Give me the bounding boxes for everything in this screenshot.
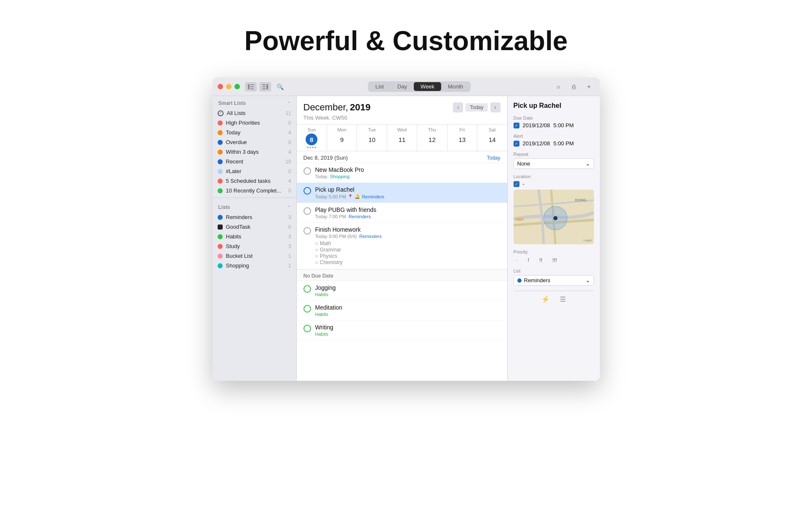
- sidebar-item-goodtask-label: GoodTask: [226, 224, 288, 230]
- week-day-num-sat: 14: [486, 134, 498, 145]
- sidebar-item-bucket-list-count: 1: [288, 253, 291, 259]
- task-circle-macbook[interactable]: [304, 167, 311, 175]
- repeat-select[interactable]: None ⌄: [514, 158, 594, 169]
- task-item-macbook[interactable]: New MacBook Pro Today Shopping: [297, 163, 507, 183]
- date-header-row: Dec 8, 2019 (Sun) Today: [297, 151, 507, 163]
- menu-icon[interactable]: ☰: [560, 295, 566, 303]
- task-item-jogging[interactable]: Jogging Habits: [297, 281, 507, 301]
- sidebar-item-goodtask[interactable]: GoodTask 0: [213, 222, 296, 232]
- task-content-writing: Writing Habits: [315, 324, 501, 337]
- week-day-name-tue: Tue: [368, 127, 376, 132]
- week-day-num-tue: 10: [366, 134, 378, 145]
- task-circle-jogging[interactable]: [304, 285, 311, 293]
- sidebar-item-scheduled[interactable]: 5 Scheduled tasks 4: [213, 176, 296, 186]
- lightning-icon[interactable]: ⚡: [541, 295, 550, 303]
- due-time-value: 5:00 PM: [554, 122, 574, 128]
- sidebar-item-today-label: Today: [226, 129, 288, 136]
- priority-med-button[interactable]: !!: [537, 256, 545, 264]
- task-item-writing[interactable]: Writing Habits: [297, 321, 507, 340]
- week-day-num-sun: 8: [306, 134, 317, 145]
- due-date-checkbox[interactable]: ✓: [514, 123, 519, 128]
- svg-rect-4: [262, 84, 266, 85]
- sidebar-item-recent[interactable]: Recent 10: [213, 157, 296, 166]
- list-label: List: [514, 268, 594, 273]
- tab-week[interactable]: Week: [414, 82, 441, 91]
- week-day-sat[interactable]: Sat 14: [477, 125, 507, 151]
- task-circle-homework[interactable]: [304, 227, 311, 235]
- task-circle-rachel[interactable]: [304, 187, 311, 195]
- tab-month[interactable]: Month: [441, 82, 470, 91]
- task-circle-pubg[interactable]: [304, 207, 311, 215]
- task-meta-homework: Today 9:00 PM (0/4) Reminders: [315, 234, 501, 239]
- week-day-sun[interactable]: Sun 8: [297, 125, 327, 151]
- task-item-meditation[interactable]: Meditation Habits: [297, 301, 507, 321]
- nav-prev-button[interactable]: ‹: [453, 102, 463, 112]
- sidebar-item-shopping[interactable]: Shopping 1: [213, 261, 296, 270]
- nav-today-button[interactable]: Today: [466, 103, 487, 112]
- repeat-section: Repeat None ⌄: [514, 152, 594, 169]
- no-due-date-header: No Due Date: [297, 269, 507, 281]
- close-button[interactable]: [218, 84, 223, 89]
- minimize-button[interactable]: [226, 84, 232, 89]
- location-checkbox[interactable]: ✓: [514, 181, 519, 187]
- sidebar-item-habits[interactable]: Habits 3: [213, 232, 296, 241]
- sidebar-item-bucket-list[interactable]: Bucket List 1: [213, 251, 296, 261]
- share-icon[interactable]: ⎙: [568, 82, 580, 91]
- sidebar-item-all-lists[interactable]: ✓ All Lists 11: [213, 108, 296, 118]
- today-dot: [218, 130, 223, 135]
- date-header-today-button[interactable]: Today: [487, 155, 500, 161]
- task-title-pubg: Play PUBG with friends: [315, 206, 501, 213]
- app-window: 🔍 List Day Week Month ○ ⎙ ＋ Smart Lists …: [213, 78, 600, 381]
- priority-low-button[interactable]: !: [525, 256, 532, 264]
- sidebar-item-high-priorities-label: High Priorities: [226, 120, 288, 126]
- sidebar-item-overdue[interactable]: Overdue 0: [213, 137, 296, 147]
- sidebar-item-later[interactable]: #Later 0: [213, 166, 296, 176]
- list-select[interactable]: Reminders ⌄: [514, 275, 594, 286]
- due-date-label: Due Date: [514, 115, 594, 120]
- week-day-mon[interactable]: Mon 9: [327, 125, 357, 151]
- week-dot: [312, 147, 314, 148]
- task-circle-writing[interactable]: [304, 325, 311, 332]
- sidebar-item-reminders[interactable]: Reminders 3: [213, 212, 296, 222]
- week-day-fri[interactable]: Fri 13: [447, 125, 477, 151]
- title-bar: 🔍 List Day Week Month ○ ⎙ ＋: [213, 78, 600, 96]
- map-legal-label: Legal: [583, 238, 592, 242]
- add-icon[interactable]: ＋: [583, 82, 595, 91]
- alert-checkbox[interactable]: ✓: [514, 141, 519, 147]
- task-circle-meditation[interactable]: [304, 305, 311, 313]
- search-button[interactable]: 🔍: [274, 82, 286, 91]
- sidebar-item-high-priorities[interactable]: High Priorities 0: [213, 118, 296, 128]
- week-dots-sun: [307, 147, 316, 148]
- alert-label: Alert: [514, 134, 594, 139]
- task-item-pubg[interactable]: Play PUBG with friends Today 7:00 PM Rem…: [297, 203, 507, 223]
- week-day-tue[interactable]: Tue 10: [357, 125, 386, 151]
- sidebar-item-recently-complete[interactable]: 10 Recently Complet... 0: [213, 186, 296, 195]
- priority-high-button[interactable]: !!!: [550, 256, 559, 264]
- week-day-wed[interactable]: Wed 11: [387, 125, 417, 151]
- task-content-rachel: Pick up Rachel Today 5:00 PM 📍 🔔 Reminde…: [315, 186, 501, 199]
- task-title-homework: Finish Homework: [315, 226, 501, 233]
- maximize-button[interactable]: [234, 84, 240, 89]
- week-day-thu[interactable]: Thu 12: [417, 125, 447, 151]
- sidebar-item-today[interactable]: Today 4: [213, 128, 296, 137]
- task-content-meditation: Meditation Habits: [315, 304, 501, 317]
- task-item-homework[interactable]: Finish Homework Today 9:00 PM (0/4) Remi…: [297, 223, 507, 269]
- sidebar-item-within-3-days-label: Within 3 days: [226, 149, 288, 155]
- week-day-num-mon: 9: [336, 134, 348, 145]
- tab-day[interactable]: Day: [391, 82, 414, 91]
- detail-toggle-icon[interactable]: [259, 82, 271, 91]
- sidebar-item-study[interactable]: Study 3: [213, 241, 296, 251]
- sidebar-icon[interactable]: [245, 82, 257, 91]
- week-day-num-thu: 12: [426, 134, 438, 145]
- tab-list[interactable]: List: [369, 82, 391, 91]
- nav-next-button[interactable]: ›: [490, 102, 501, 112]
- circle-icon[interactable]: ○: [553, 82, 564, 91]
- task-item-pick-up-rachel[interactable]: Pick up Rachel Today 5:00 PM 📍 🔔 Reminde…: [297, 183, 507, 203]
- task-subtasks-homework: ○Math ○Grammar ○Physics ○Chemistry: [315, 241, 501, 265]
- sidebar-item-later-label: #Later: [226, 168, 288, 174]
- priority-none-button[interactable]: -: [514, 257, 520, 264]
- sidebar-item-within-3-days[interactable]: Within 3 days 4: [213, 147, 296, 157]
- task-title-meditation: Meditation: [315, 304, 501, 311]
- sidebar-item-scheduled-label: 5 Scheduled tasks: [226, 178, 288, 184]
- week-day-name-thu: Thu: [428, 127, 436, 132]
